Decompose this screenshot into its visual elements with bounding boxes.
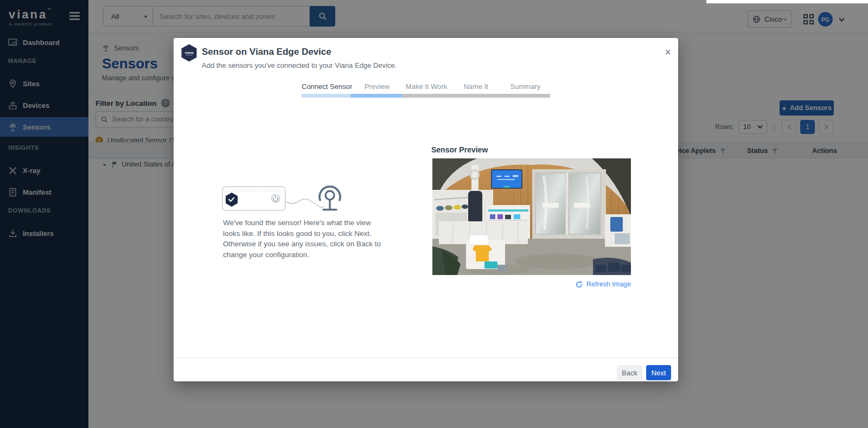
modal-subtitle: Add the sensors you've connected to your… (202, 61, 397, 69)
wizard-progress-bar (302, 94, 550, 98)
refresh-icon (576, 281, 583, 288)
viana-app: viana™ a meldCX product Dashboard MANAGE… (0, 0, 868, 428)
sensor-preview-label: Sensor Preview (431, 145, 488, 154)
progress-todo (402, 94, 550, 98)
sensor-preview-image (432, 158, 631, 275)
progress-active (350, 94, 402, 98)
wizard-instructions: We've found the sensor! Here's what the … (223, 218, 381, 260)
step-summary[interactable]: Summary (501, 82, 550, 91)
sensor-wizard-modal: × viana Sensor on Viana Edge Device Add … (174, 38, 678, 381)
close-icon[interactable]: × (661, 45, 675, 59)
back-button[interactable]: Back (617, 365, 642, 380)
modal-title: Sensor on Viana Edge Device (202, 47, 331, 58)
refresh-image-link[interactable]: Refresh Image (432, 280, 631, 288)
next-button[interactable]: Next (646, 365, 671, 380)
modal-footer-divider (174, 357, 678, 358)
top-edge-strip (706, 0, 868, 4)
step-connect-sensor[interactable]: Connect Sensor (302, 82, 352, 91)
progress-done (302, 94, 350, 98)
step-make-it-work[interactable]: Make It Work (401, 82, 451, 91)
wizard-steps: Connect Sensor Preview Make It Work Name… (302, 82, 550, 91)
step-name-it[interactable]: Name It (451, 82, 501, 91)
step-preview[interactable]: Preview (352, 82, 401, 91)
viana-hexagon-logo: viana (181, 44, 197, 62)
svg-text:viana: viana (185, 50, 194, 54)
device-sensor-illustration (217, 175, 396, 219)
